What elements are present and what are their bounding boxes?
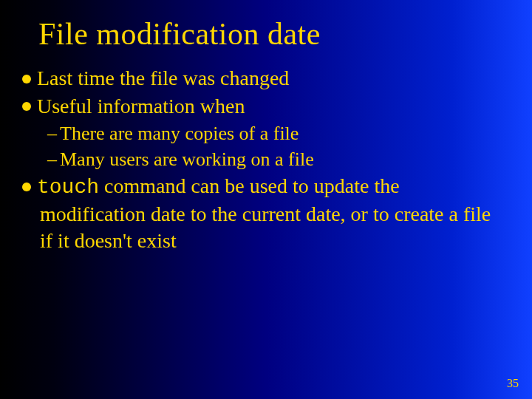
sub-bullet-item: –There are many copies of a file: [22, 121, 502, 146]
slide-body: Last time the file was changed Useful in…: [0, 52, 532, 254]
page-number: 35: [507, 377, 519, 390]
sub-bullet-text: Many users are working on a file: [60, 149, 314, 170]
dash-icon: –: [47, 149, 57, 170]
bullet-item: Useful information when: [22, 93, 502, 120]
bullet-text: Useful information when: [37, 95, 245, 117]
code-text: touch: [37, 176, 99, 199]
bullet-icon: [22, 75, 31, 83]
bullet-text: Last time the file was changed: [37, 66, 289, 89]
bullet-icon: [22, 183, 31, 191]
bullet-item: Last time the file was changed: [22, 65, 502, 92]
bullet-text: command can be used to update the modifi…: [40, 174, 491, 252]
slide: File modification date Last time the fil…: [0, 0, 532, 399]
bullet-icon: [22, 102, 31, 111]
sub-bullet-item: –Many users are working on a file: [22, 147, 502, 171]
dash-icon: –: [47, 123, 57, 144]
sub-bullet-text: There are many copies of a file: [60, 123, 299, 144]
slide-title: File modification date: [0, 0, 532, 52]
bullet-item: touch command can be used to update the …: [22, 173, 502, 253]
